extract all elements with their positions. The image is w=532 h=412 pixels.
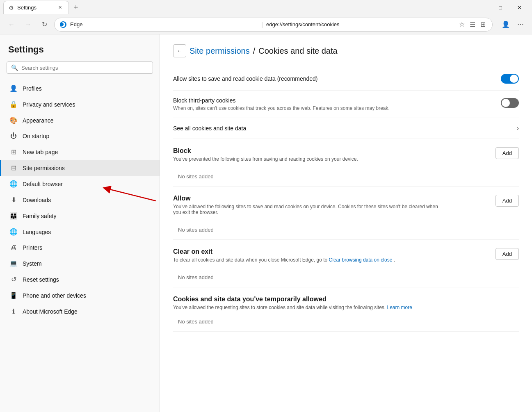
sidebar-label-printers: Printers (23, 244, 42, 251)
sidebar-item-reset-settings[interactable]: ↺ Reset settings (0, 271, 160, 287)
sidebar-label-reset-settings: Reset settings (23, 276, 59, 283)
privacy-icon: 🔒 (9, 100, 18, 108)
back-button[interactable]: ← (5, 18, 18, 31)
settings-tab[interactable]: ⚙ Settings ✕ (3, 1, 69, 14)
site-permissions-icon: ⊟ (9, 164, 18, 172)
close-window-button[interactable]: ✕ (510, 1, 529, 14)
back-nav-button[interactable]: ← (173, 44, 186, 57)
sidebar-item-downloads[interactable]: ⬇ Downloads (0, 192, 160, 208)
sidebar-label-site-permissions: Site permissions (23, 165, 65, 171)
sidebar-item-printers[interactable]: 🖨 Printers (0, 240, 160, 255)
address-url: edge://settings/content/cookies (266, 21, 454, 27)
sidebar-label-phone-devices: Phone and other devices (23, 292, 86, 299)
search-box[interactable]: 🔍 (7, 61, 153, 74)
sidebar-item-default-browser[interactable]: 🌐 Default browser (0, 176, 160, 192)
address-bar[interactable]: Edge | edge://settings/content/cookies ☆… (54, 18, 493, 32)
clear-exit-desc: To clear all cookies and site data when … (173, 257, 395, 263)
learn-more-link[interactable]: Learn more (387, 305, 412, 310)
nav-list: 👤 Profiles 🔒 Privacy and services 🎨 Appe… (0, 80, 160, 319)
allow-no-sites: No sites added (173, 223, 519, 236)
allow-section-text: Allow You've allowed the following sites… (173, 195, 440, 220)
new-tab-icon: ⊞ (9, 148, 18, 156)
block-add-button[interactable]: Add (495, 147, 519, 159)
temp-allowed-section: Cookies and site data you've temporarily… (173, 287, 519, 332)
sidebar-item-new-tab[interactable]: ⊞ New tab page (0, 144, 160, 160)
edge-logo-icon (59, 21, 67, 28)
allow-section: Allow You've allowed the following sites… (173, 187, 519, 240)
about-icon: ℹ (9, 307, 18, 315)
profiles-icon: 👤 (9, 84, 18, 92)
appearance-icon: 🎨 (9, 116, 18, 124)
minimize-button[interactable]: — (472, 1, 491, 14)
temp-allowed-no-sites: No sites added (173, 315, 519, 328)
sidebar-item-about[interactable]: ℹ About Microsoft Edge (0, 303, 160, 319)
main-container: Settings 🔍 👤 Profiles 🔒 Privacy and serv… (0, 34, 532, 412)
block-section-text: Block You've prevented the following sit… (173, 147, 358, 167)
block-third-party-toggle[interactable] (501, 98, 519, 108)
temp-allowed-title: Cookies and site data you've temporarily… (173, 296, 519, 303)
block-section-header: Block You've prevented the following sit… (173, 147, 519, 167)
settings-tab-title: Settings (17, 5, 53, 11)
clear-exit-section: Clear on exit To clear all cookies and s… (173, 240, 519, 287)
sidebar-item-on-startup[interactable]: ⏻ On startup (0, 128, 160, 144)
sidebar-item-profiles[interactable]: 👤 Profiles (0, 80, 160, 96)
sidebar-label-default-browser: Default browser (23, 181, 63, 187)
sidebar-item-site-permissions[interactable]: ⊟ Site permissions (0, 160, 160, 176)
see-all-cookies-row[interactable]: See all cookies and site data › (173, 118, 519, 139)
block-third-party-knob (502, 99, 510, 107)
temp-allowed-desc: You've allowed the requesting sites to s… (173, 305, 440, 310)
sidebar-title: Settings (0, 44, 160, 61)
settings-tab-icon: ⚙ (9, 5, 14, 11)
search-input[interactable] (21, 65, 148, 71)
content-area: ← Site permissions / Cookies and site da… (160, 34, 532, 412)
breadcrumb-link[interactable]: Site permissions (190, 46, 250, 56)
new-tab-button[interactable]: + (71, 2, 82, 14)
tab-close-button[interactable]: ✕ (57, 4, 64, 11)
default-browser-icon: 🌐 (9, 180, 18, 188)
allow-cookies-toggle[interactable] (501, 74, 519, 84)
allow-section-desc: You've allowed the following sites to sa… (173, 204, 440, 215)
sidebar-item-family-safety[interactable]: 👨‍👩‍👧 Family safety (0, 208, 160, 224)
toolbar: ← → ↻ Edge | edge://settings/content/coo… (0, 15, 532, 34)
favorite-button[interactable]: ☆ (457, 20, 466, 29)
sidebar-label-languages: Languages (23, 229, 51, 235)
collections-button[interactable]: ☰ (468, 20, 477, 29)
sidebar-item-appearance[interactable]: 🎨 Appearance (0, 112, 160, 128)
clear-browsing-link[interactable]: Clear browsing data on close (329, 257, 393, 263)
block-third-party-desc: When on, sites can't use cookies that tr… (173, 105, 390, 111)
maximize-button[interactable]: □ (491, 1, 510, 14)
profile-button[interactable]: 👤 (499, 18, 512, 31)
extensions-button[interactable]: ⊞ (479, 20, 487, 29)
reset-settings-icon: ↺ (9, 275, 18, 283)
breadcrumb-current: Cookies and site data (258, 46, 337, 56)
block-no-sites: No sites added (173, 170, 519, 183)
edge-label: Edge (70, 21, 258, 27)
sidebar-label-privacy: Privacy and services (23, 101, 75, 108)
forward-button[interactable]: → (21, 18, 34, 31)
clear-exit-header: Clear on exit To clear all cookies and s… (173, 248, 519, 268)
sidebar-item-languages[interactable]: 🌐 Languages (0, 224, 160, 240)
languages-icon: 🌐 (9, 228, 18, 236)
more-button[interactable]: ⋯ (514, 18, 527, 31)
downloads-icon: ⬇ (9, 196, 18, 204)
refresh-button[interactable]: ↻ (38, 18, 51, 31)
allow-section-title: Allow (173, 195, 440, 202)
sidebar-item-privacy[interactable]: 🔒 Privacy and services (0, 96, 160, 112)
phone-devices-icon: 📱 (9, 291, 18, 299)
on-startup-icon: ⏻ (9, 132, 18, 140)
sidebar: Settings 🔍 👤 Profiles 🔒 Privacy and serv… (0, 34, 160, 412)
allow-section-header: Allow You've allowed the following sites… (173, 195, 519, 220)
titlebar: ⚙ Settings ✕ + — □ ✕ (0, 0, 532, 15)
breadcrumb: ← Site permissions / Cookies and site da… (173, 44, 519, 57)
block-section-desc: You've prevented the following sites fro… (173, 156, 358, 162)
family-safety-icon: 👨‍👩‍👧 (9, 212, 18, 220)
chevron-icon: › (517, 125, 519, 132)
allow-cookies-label: Allow sites to save and read cookie data… (173, 75, 318, 82)
sidebar-item-system[interactable]: 💻 System (0, 255, 160, 271)
allow-add-button[interactable]: Add (495, 195, 519, 207)
printers-icon: 🖨 (9, 244, 18, 251)
sidebar-label-profiles: Profiles (23, 85, 42, 92)
sidebar-item-phone-devices[interactable]: 📱 Phone and other devices (0, 287, 160, 303)
tab-area: ⚙ Settings ✕ + (3, 1, 82, 14)
clear-exit-add-button[interactable]: Add (495, 248, 519, 260)
